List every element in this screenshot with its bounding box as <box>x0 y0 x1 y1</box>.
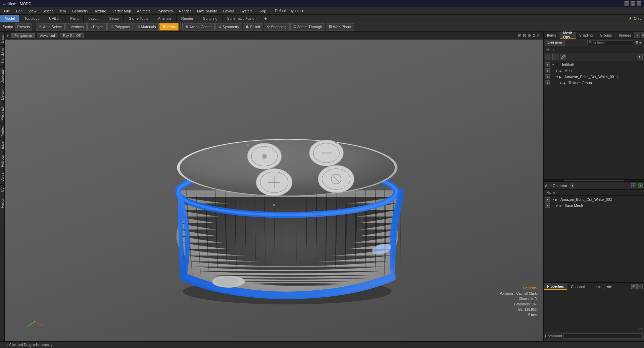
vis-base[interactable]: ● <box>545 203 550 208</box>
auto-select-btn[interactable]: ↖ Auto Select <box>36 23 65 31</box>
minimize-btn[interactable]: — <box>625 1 629 6</box>
menu-system[interactable]: System <box>238 8 255 14</box>
add-tab-btn[interactable]: + <box>261 15 269 22</box>
op-tree-item-echo2[interactable]: ● ▼ ▶ Amazon_Echo_Dot_White_002 <box>544 196 644 202</box>
snapping-btn[interactable]: ⊹ Snapping <box>264 23 290 31</box>
close-btn[interactable]: ✕ <box>637 1 641 6</box>
right-tab-images[interactable]: Images <box>615 32 635 39</box>
select-through-btn[interactable]: ⊙ Select Through <box>290 23 325 31</box>
tree-item-texgrp[interactable]: ● ▶ ◈ Texture Group <box>544 80 644 86</box>
vis-echo2[interactable]: ● <box>545 197 550 202</box>
add-item-btn[interactable]: Add Item <box>545 40 564 46</box>
vis-mesh[interactable]: ● <box>545 68 550 73</box>
items-add-icon-btn[interactable]: + <box>545 54 551 60</box>
vis-echo[interactable]: ● <box>545 74 550 79</box>
vp-fit-icon[interactable]: ⊡ <box>523 33 526 38</box>
prop-nav-right[interactable]: ▶ <box>609 285 612 288</box>
prop-tab-channels[interactable]: Channels <box>567 283 590 290</box>
vertices-btn[interactable]: · Vertices <box>65 23 87 31</box>
op-add-btn[interactable]: + <box>631 183 636 188</box>
left-tab-basic[interactable]: Basic <box>0 32 4 45</box>
prop-nav-left[interactable]: ◀ <box>606 285 609 288</box>
items-link-icon-btn[interactable]: 🔗 <box>560 54 566 60</box>
menu-edit[interactable]: Edit <box>13 8 25 14</box>
tab-schematic[interactable]: Schematic Fusion <box>222 15 261 22</box>
layout-selector[interactable]: Default Layouts ▾ <box>272 8 306 14</box>
close-right-btn[interactable]: ✕ <box>641 33 644 38</box>
tab-gametools[interactable]: Game Tools <box>124 15 153 22</box>
menu-animate[interactable]: Animate <box>134 8 153 14</box>
right-tab-shading[interactable]: Shading <box>576 32 596 39</box>
prop-close-btn[interactable]: ✕ <box>637 284 643 289</box>
symmetry-btn[interactable]: ⇄ Symmetry <box>215 23 242 31</box>
maximize-btn[interactable]: □ <box>631 1 635 6</box>
presets-btn[interactable]: Presets <box>15 23 32 31</box>
tab-animate[interactable]: Animate <box>153 15 177 22</box>
right-tab-meshops[interactable]: Mesh Ops <box>560 32 576 39</box>
tab-layout[interactable]: Layout <box>84 15 104 22</box>
tree-item-mesh[interactable]: ● ▶ ◈ Mesh <box>544 68 644 74</box>
workplane-btn[interactable]: ⊟ WorkPlane <box>326 23 354 31</box>
vp-raygl-btn[interactable]: Ray GL: Off <box>60 33 84 38</box>
menu-texture[interactable]: Texture <box>92 8 109 14</box>
menu-dynamics[interactable]: Dynamics <box>154 8 176 14</box>
menu-select[interactable]: Select <box>40 8 55 14</box>
tab-scripting[interactable]: Scripting <box>198 15 222 22</box>
menu-maxtomodo[interactable]: MaxToModo <box>194 8 220 14</box>
vp-zoom-icon[interactable]: ⊕ <box>528 33 531 38</box>
left-tab-duplicate[interactable]: Duplicate <box>0 66 4 86</box>
polygons-btn[interactable]: ⬡ Polygons <box>107 23 133 31</box>
expand-right-btn[interactable]: ⇱ <box>635 33 640 38</box>
prop-tab-lists[interactable]: Lists <box>590 283 605 290</box>
op-green-btn[interactable]: S <box>638 183 643 188</box>
vp-advanced-btn[interactable]: Advanced <box>37 33 58 38</box>
menu-vertexmap[interactable]: Vertex Map <box>110 8 134 14</box>
vp-perspective-btn[interactable]: Perspective <box>11 33 35 38</box>
menu-help[interactable]: Help <box>256 8 269 14</box>
tab-model[interactable]: Model <box>0 15 20 22</box>
op-dropdown-btn[interactable]: ▾ <box>570 183 575 188</box>
tree-item-untitled[interactable]: ● ▼ ☰ Untitled* <box>544 62 644 68</box>
prop-expand-arrow[interactable]: >> <box>639 327 643 331</box>
left-tab-curve[interactable]: Curve <box>0 170 4 184</box>
left-tab-vertex[interactable]: Vertex <box>0 123 4 138</box>
viewport[interactable]: ▸ Perspective Advanced Ray GL: Off ⊞ ⊡ ⊕… <box>5 32 543 341</box>
vp-reset-icon[interactable]: ⊞ <box>518 33 522 38</box>
vp-arrow[interactable]: ▸ <box>7 34 9 38</box>
items-remove-icon-btn[interactable]: − <box>552 54 558 60</box>
left-tab-fusion[interactable]: Fusion <box>0 195 4 211</box>
left-tab-transform[interactable]: Transform <box>0 45 4 66</box>
right-tab-items[interactable]: Items <box>544 32 560 39</box>
right-tab-groups[interactable]: Groups <box>596 32 615 39</box>
prop-tab-properties[interactable]: Properties <box>544 283 567 290</box>
left-tab-edge[interactable]: Edge <box>0 138 4 152</box>
left-tab-deform[interactable]: Deform <box>0 86 4 103</box>
prop-expand-btn[interactable]: ⇱ <box>631 284 637 289</box>
filter-items-input[interactable] <box>587 40 633 45</box>
tab-setup[interactable]: Setup <box>104 15 124 22</box>
left-tab-polygon[interactable]: Polygon <box>0 152 4 170</box>
tab-paint[interactable]: Paint <box>65 15 84 22</box>
materials-btn[interactable]: ◎ Materials <box>134 23 159 31</box>
action-center-btn[interactable]: ⊕ Action Center <box>182 23 215 31</box>
tab-render[interactable]: Render <box>177 15 198 22</box>
menu-item[interactable]: Item <box>56 8 68 14</box>
menu-view[interactable]: View <box>26 8 39 14</box>
menu-render[interactable]: Render <box>176 8 194 14</box>
left-tab-mesh-edit[interactable]: Mesh Edit <box>0 103 4 123</box>
tab-uvedit[interactable]: UVEdit <box>44 15 65 22</box>
falloff-btn[interactable]: ◐ Falloff <box>243 23 263 31</box>
tree-item-echo[interactable]: ● ▼ ▶ Amazon_Echo_Dot_White_001 ① <box>544 74 644 80</box>
vp-expand-icon[interactable]: ⇱ <box>537 33 541 38</box>
cmd-input[interactable] <box>563 333 643 339</box>
menu-layout[interactable]: Layout <box>220 8 237 14</box>
vis-texgrp[interactable]: ● <box>545 80 550 85</box>
items-btn[interactable]: ⊞ Items <box>159 23 179 31</box>
vis-untitled[interactable]: ● <box>545 62 550 67</box>
vp-settings-icon[interactable]: ⚙ <box>532 33 536 38</box>
items-vis-icon-btn[interactable]: 👁 <box>637 54 643 60</box>
left-tab-uv[interactable]: UV <box>0 184 4 195</box>
menu-file[interactable]: File <box>1 8 13 14</box>
tab-topology[interactable]: Topology <box>20 15 44 22</box>
menu-geometry[interactable]: Geometry <box>69 8 91 14</box>
